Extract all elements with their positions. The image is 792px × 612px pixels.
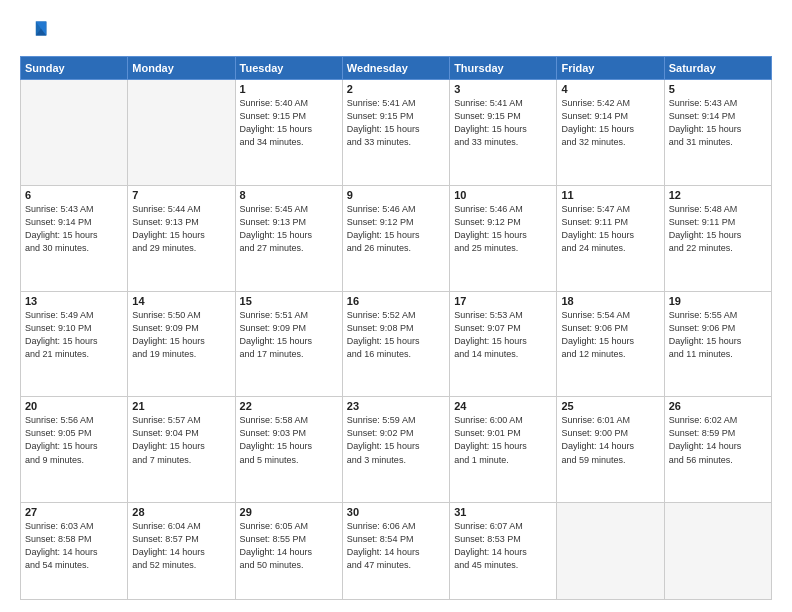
day-number: 22 — [240, 400, 338, 412]
week-row-5: 27Sunrise: 6:03 AM Sunset: 8:58 PM Dayli… — [21, 503, 772, 600]
week-row-3: 13Sunrise: 5:49 AM Sunset: 9:10 PM Dayli… — [21, 291, 772, 397]
day-number: 25 — [561, 400, 659, 412]
day-info: Sunrise: 6:02 AM Sunset: 8:59 PM Dayligh… — [669, 414, 767, 466]
day-number: 20 — [25, 400, 123, 412]
day-info: Sunrise: 5:55 AM Sunset: 9:06 PM Dayligh… — [669, 309, 767, 361]
day-number: 28 — [132, 506, 230, 518]
week-row-4: 20Sunrise: 5:56 AM Sunset: 9:05 PM Dayli… — [21, 397, 772, 503]
day-info: Sunrise: 5:52 AM Sunset: 9:08 PM Dayligh… — [347, 309, 445, 361]
day-info: Sunrise: 6:00 AM Sunset: 9:01 PM Dayligh… — [454, 414, 552, 466]
calendar-cell: 23Sunrise: 5:59 AM Sunset: 9:02 PM Dayli… — [342, 397, 449, 503]
day-number: 15 — [240, 295, 338, 307]
calendar-cell: 15Sunrise: 5:51 AM Sunset: 9:09 PM Dayli… — [235, 291, 342, 397]
calendar-cell: 14Sunrise: 5:50 AM Sunset: 9:09 PM Dayli… — [128, 291, 235, 397]
day-number: 17 — [454, 295, 552, 307]
weekday-header-sunday: Sunday — [21, 57, 128, 80]
logo-icon — [20, 18, 48, 46]
weekday-header-row: SundayMondayTuesdayWednesdayThursdayFrid… — [21, 57, 772, 80]
calendar-cell: 28Sunrise: 6:04 AM Sunset: 8:57 PM Dayli… — [128, 503, 235, 600]
day-number: 1 — [240, 83, 338, 95]
day-info: Sunrise: 5:41 AM Sunset: 9:15 PM Dayligh… — [454, 97, 552, 149]
day-info: Sunrise: 6:07 AM Sunset: 8:53 PM Dayligh… — [454, 520, 552, 572]
day-number: 9 — [347, 189, 445, 201]
calendar-cell: 26Sunrise: 6:02 AM Sunset: 8:59 PM Dayli… — [664, 397, 771, 503]
day-number: 31 — [454, 506, 552, 518]
weekday-header-tuesday: Tuesday — [235, 57, 342, 80]
day-number: 18 — [561, 295, 659, 307]
day-info: Sunrise: 5:59 AM Sunset: 9:02 PM Dayligh… — [347, 414, 445, 466]
day-info: Sunrise: 5:51 AM Sunset: 9:09 PM Dayligh… — [240, 309, 338, 361]
calendar-cell: 29Sunrise: 6:05 AM Sunset: 8:55 PM Dayli… — [235, 503, 342, 600]
week-row-2: 6Sunrise: 5:43 AM Sunset: 9:14 PM Daylig… — [21, 185, 772, 291]
header — [20, 18, 772, 46]
calendar-cell — [21, 80, 128, 186]
day-number: 14 — [132, 295, 230, 307]
day-info: Sunrise: 5:48 AM Sunset: 9:11 PM Dayligh… — [669, 203, 767, 255]
calendar-cell: 20Sunrise: 5:56 AM Sunset: 9:05 PM Dayli… — [21, 397, 128, 503]
calendar-cell: 2Sunrise: 5:41 AM Sunset: 9:15 PM Daylig… — [342, 80, 449, 186]
day-info: Sunrise: 5:50 AM Sunset: 9:09 PM Dayligh… — [132, 309, 230, 361]
day-number: 16 — [347, 295, 445, 307]
day-info: Sunrise: 5:43 AM Sunset: 9:14 PM Dayligh… — [669, 97, 767, 149]
calendar-cell: 13Sunrise: 5:49 AM Sunset: 9:10 PM Dayli… — [21, 291, 128, 397]
calendar-cell: 12Sunrise: 5:48 AM Sunset: 9:11 PM Dayli… — [664, 185, 771, 291]
day-info: Sunrise: 5:40 AM Sunset: 9:15 PM Dayligh… — [240, 97, 338, 149]
day-info: Sunrise: 5:49 AM Sunset: 9:10 PM Dayligh… — [25, 309, 123, 361]
day-info: Sunrise: 5:45 AM Sunset: 9:13 PM Dayligh… — [240, 203, 338, 255]
day-number: 12 — [669, 189, 767, 201]
day-info: Sunrise: 6:01 AM Sunset: 9:00 PM Dayligh… — [561, 414, 659, 466]
day-number: 13 — [25, 295, 123, 307]
weekday-header-thursday: Thursday — [450, 57, 557, 80]
week-row-1: 1Sunrise: 5:40 AM Sunset: 9:15 PM Daylig… — [21, 80, 772, 186]
calendar-cell: 1Sunrise: 5:40 AM Sunset: 9:15 PM Daylig… — [235, 80, 342, 186]
weekday-header-saturday: Saturday — [664, 57, 771, 80]
day-info: Sunrise: 5:57 AM Sunset: 9:04 PM Dayligh… — [132, 414, 230, 466]
day-number: 2 — [347, 83, 445, 95]
day-info: Sunrise: 5:58 AM Sunset: 9:03 PM Dayligh… — [240, 414, 338, 466]
calendar-cell: 30Sunrise: 6:06 AM Sunset: 8:54 PM Dayli… — [342, 503, 449, 600]
day-number: 19 — [669, 295, 767, 307]
calendar-cell: 16Sunrise: 5:52 AM Sunset: 9:08 PM Dayli… — [342, 291, 449, 397]
day-number: 8 — [240, 189, 338, 201]
calendar-cell: 17Sunrise: 5:53 AM Sunset: 9:07 PM Dayli… — [450, 291, 557, 397]
day-info: Sunrise: 5:53 AM Sunset: 9:07 PM Dayligh… — [454, 309, 552, 361]
weekday-header-monday: Monday — [128, 57, 235, 80]
calendar-cell: 10Sunrise: 5:46 AM Sunset: 9:12 PM Dayli… — [450, 185, 557, 291]
calendar-cell — [557, 503, 664, 600]
day-info: Sunrise: 5:47 AM Sunset: 9:11 PM Dayligh… — [561, 203, 659, 255]
day-info: Sunrise: 5:44 AM Sunset: 9:13 PM Dayligh… — [132, 203, 230, 255]
calendar-cell: 21Sunrise: 5:57 AM Sunset: 9:04 PM Dayli… — [128, 397, 235, 503]
day-info: Sunrise: 5:41 AM Sunset: 9:15 PM Dayligh… — [347, 97, 445, 149]
day-info: Sunrise: 5:54 AM Sunset: 9:06 PM Dayligh… — [561, 309, 659, 361]
calendar-cell: 22Sunrise: 5:58 AM Sunset: 9:03 PM Dayli… — [235, 397, 342, 503]
day-number: 3 — [454, 83, 552, 95]
day-info: Sunrise: 6:04 AM Sunset: 8:57 PM Dayligh… — [132, 520, 230, 572]
calendar-page: SundayMondayTuesdayWednesdayThursdayFrid… — [0, 0, 792, 612]
day-info: Sunrise: 5:43 AM Sunset: 9:14 PM Dayligh… — [25, 203, 123, 255]
calendar-cell: 24Sunrise: 6:00 AM Sunset: 9:01 PM Dayli… — [450, 397, 557, 503]
day-info: Sunrise: 6:06 AM Sunset: 8:54 PM Dayligh… — [347, 520, 445, 572]
day-info: Sunrise: 5:46 AM Sunset: 9:12 PM Dayligh… — [454, 203, 552, 255]
day-info: Sunrise: 5:42 AM Sunset: 9:14 PM Dayligh… — [561, 97, 659, 149]
calendar-cell: 4Sunrise: 5:42 AM Sunset: 9:14 PM Daylig… — [557, 80, 664, 186]
logo — [20, 18, 52, 46]
day-number: 11 — [561, 189, 659, 201]
calendar-cell: 6Sunrise: 5:43 AM Sunset: 9:14 PM Daylig… — [21, 185, 128, 291]
calendar-cell: 25Sunrise: 6:01 AM Sunset: 9:00 PM Dayli… — [557, 397, 664, 503]
day-number: 27 — [25, 506, 123, 518]
day-number: 5 — [669, 83, 767, 95]
calendar-cell: 3Sunrise: 5:41 AM Sunset: 9:15 PM Daylig… — [450, 80, 557, 186]
day-number: 7 — [132, 189, 230, 201]
calendar-cell: 27Sunrise: 6:03 AM Sunset: 8:58 PM Dayli… — [21, 503, 128, 600]
day-number: 30 — [347, 506, 445, 518]
calendar-cell: 9Sunrise: 5:46 AM Sunset: 9:12 PM Daylig… — [342, 185, 449, 291]
day-number: 21 — [132, 400, 230, 412]
calendar-cell: 11Sunrise: 5:47 AM Sunset: 9:11 PM Dayli… — [557, 185, 664, 291]
calendar-cell — [128, 80, 235, 186]
day-info: Sunrise: 5:56 AM Sunset: 9:05 PM Dayligh… — [25, 414, 123, 466]
day-number: 26 — [669, 400, 767, 412]
calendar-cell — [664, 503, 771, 600]
day-number: 24 — [454, 400, 552, 412]
day-number: 6 — [25, 189, 123, 201]
day-number: 4 — [561, 83, 659, 95]
